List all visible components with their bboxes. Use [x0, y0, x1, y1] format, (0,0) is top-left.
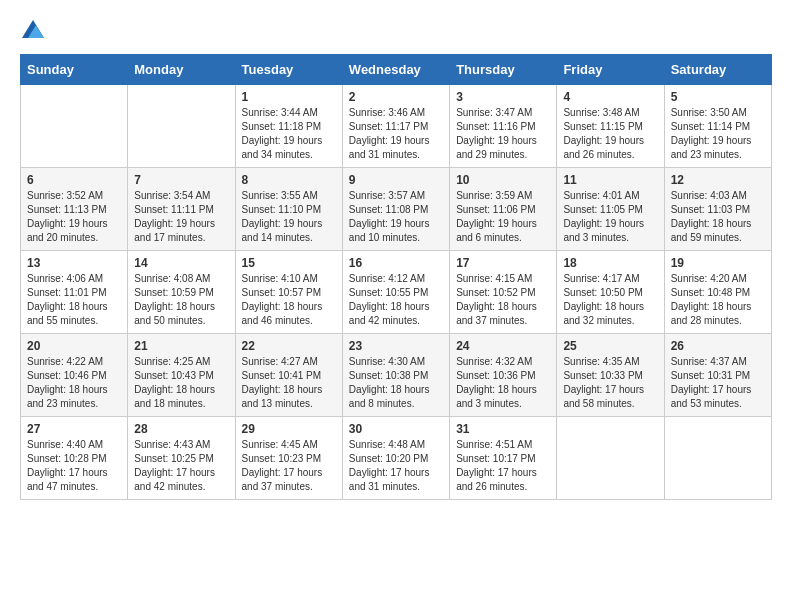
calendar-cell: 16Sunrise: 4:12 AM Sunset: 10:55 PM Dayl… [342, 251, 449, 334]
day-number: 14 [134, 256, 228, 270]
logo-icon [22, 20, 44, 38]
day-number: 11 [563, 173, 657, 187]
day-number: 25 [563, 339, 657, 353]
day-number: 6 [27, 173, 121, 187]
calendar-cell [664, 417, 771, 500]
calendar-week-row: 27Sunrise: 4:40 AM Sunset: 10:28 PM Dayl… [21, 417, 772, 500]
day-info: Sunrise: 4:08 AM Sunset: 10:59 PM Daylig… [134, 272, 228, 328]
day-info: Sunrise: 4:32 AM Sunset: 10:36 PM Daylig… [456, 355, 550, 411]
calendar-cell [21, 85, 128, 168]
day-info: Sunrise: 3:47 AM Sunset: 11:16 PM Daylig… [456, 106, 550, 162]
day-info: Sunrise: 4:43 AM Sunset: 10:25 PM Daylig… [134, 438, 228, 494]
day-number: 15 [242, 256, 336, 270]
calendar-cell: 20Sunrise: 4:22 AM Sunset: 10:46 PM Dayl… [21, 334, 128, 417]
day-number: 5 [671, 90, 765, 104]
calendar-header-row: SundayMondayTuesdayWednesdayThursdayFrid… [21, 55, 772, 85]
day-info: Sunrise: 4:45 AM Sunset: 10:23 PM Daylig… [242, 438, 336, 494]
calendar-cell: 14Sunrise: 4:08 AM Sunset: 10:59 PM Dayl… [128, 251, 235, 334]
day-info: Sunrise: 4:30 AM Sunset: 10:38 PM Daylig… [349, 355, 443, 411]
day-number: 24 [456, 339, 550, 353]
day-number: 2 [349, 90, 443, 104]
calendar-cell: 2Sunrise: 3:46 AM Sunset: 11:17 PM Dayli… [342, 85, 449, 168]
calendar-cell: 24Sunrise: 4:32 AM Sunset: 10:36 PM Dayl… [450, 334, 557, 417]
day-number: 3 [456, 90, 550, 104]
day-info: Sunrise: 4:17 AM Sunset: 10:50 PM Daylig… [563, 272, 657, 328]
day-number: 17 [456, 256, 550, 270]
day-info: Sunrise: 4:20 AM Sunset: 10:48 PM Daylig… [671, 272, 765, 328]
calendar-header-tuesday: Tuesday [235, 55, 342, 85]
day-info: Sunrise: 4:40 AM Sunset: 10:28 PM Daylig… [27, 438, 121, 494]
calendar-cell: 18Sunrise: 4:17 AM Sunset: 10:50 PM Dayl… [557, 251, 664, 334]
calendar-week-row: 1Sunrise: 3:44 AM Sunset: 11:18 PM Dayli… [21, 85, 772, 168]
day-number: 1 [242, 90, 336, 104]
day-info: Sunrise: 3:55 AM Sunset: 11:10 PM Daylig… [242, 189, 336, 245]
calendar-cell: 4Sunrise: 3:48 AM Sunset: 11:15 PM Dayli… [557, 85, 664, 168]
calendar-cell: 30Sunrise: 4:48 AM Sunset: 10:20 PM Dayl… [342, 417, 449, 500]
calendar-week-row: 6Sunrise: 3:52 AM Sunset: 11:13 PM Dayli… [21, 168, 772, 251]
calendar-cell: 1Sunrise: 3:44 AM Sunset: 11:18 PM Dayli… [235, 85, 342, 168]
calendar-cell: 13Sunrise: 4:06 AM Sunset: 11:01 PM Dayl… [21, 251, 128, 334]
calendar-cell: 8Sunrise: 3:55 AM Sunset: 11:10 PM Dayli… [235, 168, 342, 251]
day-info: Sunrise: 3:46 AM Sunset: 11:17 PM Daylig… [349, 106, 443, 162]
day-info: Sunrise: 4:12 AM Sunset: 10:55 PM Daylig… [349, 272, 443, 328]
calendar-header-sunday: Sunday [21, 55, 128, 85]
day-info: Sunrise: 4:01 AM Sunset: 11:05 PM Daylig… [563, 189, 657, 245]
calendar-cell: 23Sunrise: 4:30 AM Sunset: 10:38 PM Dayl… [342, 334, 449, 417]
day-number: 22 [242, 339, 336, 353]
day-number: 27 [27, 422, 121, 436]
calendar-header-wednesday: Wednesday [342, 55, 449, 85]
day-info: Sunrise: 4:06 AM Sunset: 11:01 PM Daylig… [27, 272, 121, 328]
calendar-week-row: 13Sunrise: 4:06 AM Sunset: 11:01 PM Dayl… [21, 251, 772, 334]
day-number: 4 [563, 90, 657, 104]
logo [20, 20, 44, 38]
day-info: Sunrise: 3:50 AM Sunset: 11:14 PM Daylig… [671, 106, 765, 162]
day-info: Sunrise: 4:35 AM Sunset: 10:33 PM Daylig… [563, 355, 657, 411]
day-number: 28 [134, 422, 228, 436]
day-number: 8 [242, 173, 336, 187]
day-number: 19 [671, 256, 765, 270]
day-number: 23 [349, 339, 443, 353]
calendar-cell: 26Sunrise: 4:37 AM Sunset: 10:31 PM Dayl… [664, 334, 771, 417]
day-info: Sunrise: 3:54 AM Sunset: 11:11 PM Daylig… [134, 189, 228, 245]
calendar-cell: 11Sunrise: 4:01 AM Sunset: 11:05 PM Dayl… [557, 168, 664, 251]
day-number: 16 [349, 256, 443, 270]
calendar-cell [128, 85, 235, 168]
day-number: 26 [671, 339, 765, 353]
calendar-cell: 27Sunrise: 4:40 AM Sunset: 10:28 PM Dayl… [21, 417, 128, 500]
calendar-cell: 6Sunrise: 3:52 AM Sunset: 11:13 PM Dayli… [21, 168, 128, 251]
day-info: Sunrise: 3:48 AM Sunset: 11:15 PM Daylig… [563, 106, 657, 162]
calendar-cell [557, 417, 664, 500]
calendar-cell: 3Sunrise: 3:47 AM Sunset: 11:16 PM Dayli… [450, 85, 557, 168]
day-info: Sunrise: 3:59 AM Sunset: 11:06 PM Daylig… [456, 189, 550, 245]
calendar-cell: 31Sunrise: 4:51 AM Sunset: 10:17 PM Dayl… [450, 417, 557, 500]
day-info: Sunrise: 4:22 AM Sunset: 10:46 PM Daylig… [27, 355, 121, 411]
day-info: Sunrise: 4:37 AM Sunset: 10:31 PM Daylig… [671, 355, 765, 411]
day-number: 13 [27, 256, 121, 270]
calendar-header-saturday: Saturday [664, 55, 771, 85]
day-number: 12 [671, 173, 765, 187]
day-info: Sunrise: 4:15 AM Sunset: 10:52 PM Daylig… [456, 272, 550, 328]
calendar-cell: 10Sunrise: 3:59 AM Sunset: 11:06 PM Dayl… [450, 168, 557, 251]
calendar-cell: 25Sunrise: 4:35 AM Sunset: 10:33 PM Dayl… [557, 334, 664, 417]
day-number: 9 [349, 173, 443, 187]
day-number: 10 [456, 173, 550, 187]
day-info: Sunrise: 4:51 AM Sunset: 10:17 PM Daylig… [456, 438, 550, 494]
calendar-header-monday: Monday [128, 55, 235, 85]
calendar-cell: 22Sunrise: 4:27 AM Sunset: 10:41 PM Dayl… [235, 334, 342, 417]
day-info: Sunrise: 4:03 AM Sunset: 11:03 PM Daylig… [671, 189, 765, 245]
day-info: Sunrise: 4:27 AM Sunset: 10:41 PM Daylig… [242, 355, 336, 411]
day-number: 29 [242, 422, 336, 436]
calendar-header-thursday: Thursday [450, 55, 557, 85]
day-number: 7 [134, 173, 228, 187]
day-number: 20 [27, 339, 121, 353]
day-info: Sunrise: 4:10 AM Sunset: 10:57 PM Daylig… [242, 272, 336, 328]
calendar-cell: 17Sunrise: 4:15 AM Sunset: 10:52 PM Dayl… [450, 251, 557, 334]
calendar-cell: 19Sunrise: 4:20 AM Sunset: 10:48 PM Dayl… [664, 251, 771, 334]
calendar-cell: 5Sunrise: 3:50 AM Sunset: 11:14 PM Dayli… [664, 85, 771, 168]
day-info: Sunrise: 4:25 AM Sunset: 10:43 PM Daylig… [134, 355, 228, 411]
calendar-cell: 21Sunrise: 4:25 AM Sunset: 10:43 PM Dayl… [128, 334, 235, 417]
calendar-cell: 29Sunrise: 4:45 AM Sunset: 10:23 PM Dayl… [235, 417, 342, 500]
day-number: 18 [563, 256, 657, 270]
day-number: 30 [349, 422, 443, 436]
day-info: Sunrise: 3:44 AM Sunset: 11:18 PM Daylig… [242, 106, 336, 162]
